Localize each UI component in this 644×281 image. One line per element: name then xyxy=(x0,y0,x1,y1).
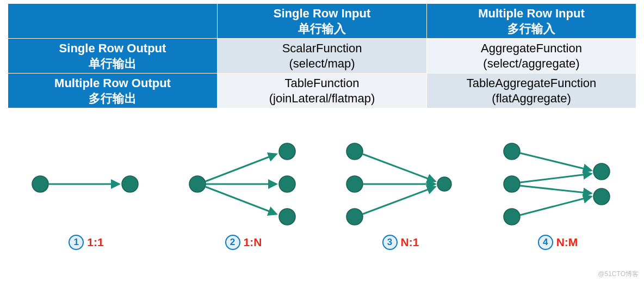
row-header-single-output: Single Row Output 单行输出 xyxy=(8,39,218,74)
svg-line-13 xyxy=(363,154,435,181)
svg-point-24 xyxy=(593,163,610,180)
table-row: Single Row Input 单行输入 Multiple Row Input… xyxy=(8,4,636,39)
graph-icon xyxy=(18,138,154,230)
cell-name: TableFunction xyxy=(285,76,360,90)
cell-table-function: TableFunction (joinLateral/flatmap) xyxy=(218,74,427,108)
diagram-n-to-m: 4 N:M xyxy=(479,138,636,250)
svg-line-20 xyxy=(520,153,591,170)
diagram-row: 1 1:1 2 1:N xyxy=(0,108,644,250)
col-header-en: Multiple Row Input xyxy=(478,7,585,20)
table: Single Row Input 单行输入 Multiple Row Input… xyxy=(8,3,636,108)
number-badge: 1 xyxy=(69,235,84,250)
svg-point-10 xyxy=(346,143,363,160)
col-header-zh: 单行输入 xyxy=(221,21,423,36)
svg-point-11 xyxy=(346,176,363,192)
number-badge: 4 xyxy=(538,235,553,250)
cell-op: (select/aggregate) xyxy=(430,56,633,71)
diagram-n-to-1: 3 N:1 xyxy=(322,138,479,250)
ratio-label: 1:1 xyxy=(87,236,103,249)
svg-point-25 xyxy=(593,188,610,205)
ratio-label: N:M xyxy=(556,236,578,249)
row-header-zh: 单行输出 xyxy=(11,56,214,71)
svg-point-8 xyxy=(279,176,295,192)
table-row: Multiple Row Output 多行输出 TableFunction (… xyxy=(8,74,636,108)
svg-point-0 xyxy=(32,176,48,192)
svg-point-16 xyxy=(437,177,451,191)
svg-point-9 xyxy=(279,209,295,225)
svg-point-17 xyxy=(504,143,520,160)
cell-name: TableAggregateFunction xyxy=(467,76,597,90)
col-header-zh: 多行输入 xyxy=(430,21,633,36)
diagram-1-to-1: 1 1:1 xyxy=(8,138,165,250)
svg-point-7 xyxy=(279,143,295,160)
ratio-label: 1:N xyxy=(244,236,262,249)
row-header-multiple-output: Multiple Row Output 多行输出 xyxy=(8,74,218,108)
cell-name: AggregateFunction xyxy=(481,41,582,55)
row-header-en: Single Row Output xyxy=(59,41,166,55)
number-badge: 2 xyxy=(225,235,240,250)
diagram-label: 2 1:N xyxy=(225,235,262,250)
number-badge: 3 xyxy=(382,235,398,250)
svg-point-2 xyxy=(122,176,138,192)
col-header-single-input: Single Row Input 单行输入 xyxy=(218,4,427,39)
svg-line-6 xyxy=(206,187,276,214)
cell-scalar-function: ScalarFunction (select/map) xyxy=(218,39,427,74)
cell-table-aggregate-function: TableAggregateFunction (flatAggregate) xyxy=(427,74,636,108)
graph-icon xyxy=(176,138,312,230)
row-header-en: Multiple Row Output xyxy=(54,76,171,90)
svg-point-19 xyxy=(504,209,520,225)
diagram-label: 4 N:M xyxy=(538,235,578,250)
svg-line-4 xyxy=(206,154,276,181)
col-header-en: Single Row Input xyxy=(274,7,370,20)
cell-name: ScalarFunction xyxy=(282,41,362,55)
cell-aggregate-function: AggregateFunction (select/aggregate) xyxy=(427,39,636,74)
svg-line-22 xyxy=(520,186,591,193)
svg-line-21 xyxy=(520,174,591,182)
svg-line-15 xyxy=(363,187,435,214)
watermark: @51CTO博客 xyxy=(598,270,639,279)
cell-op: (select/map) xyxy=(221,56,423,71)
cell-op: (joinLateral/flatmap) xyxy=(221,91,423,106)
svg-line-23 xyxy=(520,197,591,215)
graph-icon xyxy=(333,138,469,230)
header-blank xyxy=(8,4,218,39)
svg-point-18 xyxy=(504,176,520,192)
svg-point-3 xyxy=(189,176,206,192)
diagram-1-to-n: 2 1:N xyxy=(165,138,322,250)
graph-icon xyxy=(490,138,626,230)
row-header-zh: 多行输出 xyxy=(11,91,214,106)
function-matrix-table: Single Row Input 单行输入 Multiple Row Input… xyxy=(0,0,644,108)
diagram-label: 1 1:1 xyxy=(69,235,103,250)
svg-point-12 xyxy=(346,209,363,225)
cell-op: (flatAggregate) xyxy=(430,91,633,106)
diagram-label: 3 N:1 xyxy=(382,235,419,250)
table-row: Single Row Output 单行输出 ScalarFunction (s… xyxy=(8,39,636,74)
col-header-multiple-input: Multiple Row Input 多行输入 xyxy=(427,4,636,39)
ratio-label: N:1 xyxy=(401,236,419,249)
